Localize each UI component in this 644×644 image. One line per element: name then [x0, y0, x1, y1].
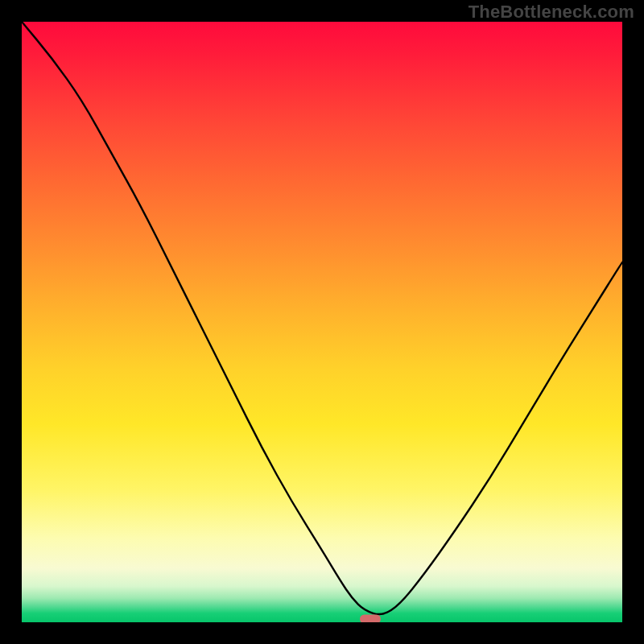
bottleneck-curve: [22, 22, 622, 622]
curve-path: [22, 22, 622, 614]
chart-frame: TheBottleneck.com: [0, 0, 644, 644]
optimal-point-marker: [360, 615, 381, 622]
watermark-text: TheBottleneck.com: [469, 2, 634, 23]
plot-area: [22, 22, 622, 622]
